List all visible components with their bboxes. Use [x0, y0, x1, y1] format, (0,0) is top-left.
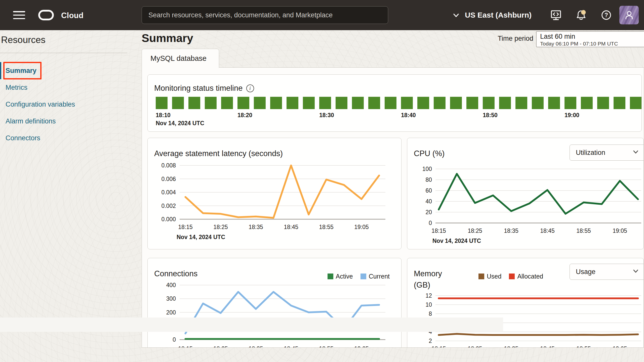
notifications-bell-icon[interactable] — [575, 9, 587, 21]
svg-text:60: 60 — [425, 187, 432, 194]
timeline-block — [205, 97, 217, 109]
svg-text:18:45: 18:45 — [284, 345, 298, 348]
person-icon — [624, 10, 634, 20]
timeline-block — [352, 97, 364, 109]
page-title: Summary — [142, 32, 193, 45]
region-label: US East (Ashburn) — [465, 11, 532, 19]
svg-text:0: 0 — [429, 220, 432, 226]
sidebar-item-metrics[interactable]: Metrics — [0, 79, 127, 96]
info-icon[interactable]: i — [246, 84, 254, 92]
timeline-tick-label: 18:20 — [237, 112, 252, 119]
svg-text:10: 10 — [425, 301, 432, 308]
timeline-tick-label: 18:50 — [483, 112, 498, 119]
svg-text:100: 100 — [422, 166, 432, 172]
timeline-block — [630, 97, 642, 109]
memory-card: Memory (GB) Used Allocated Usage 1210864… — [407, 258, 644, 348]
sidebar-title: Resources — [1, 35, 46, 45]
svg-text:?: ? — [605, 12, 608, 18]
oracle-logo-icon[interactable] — [38, 10, 54, 20]
svg-text:18:55: 18:55 — [319, 224, 334, 230]
svg-text:0.008: 0.008 — [161, 162, 176, 169]
svg-text:18:35: 18:35 — [504, 228, 518, 234]
svg-text:18:15: 18:15 — [178, 345, 193, 348]
svg-text:18:25: 18:25 — [213, 345, 228, 348]
timeline-axis-labels: Nov 14, 2024 UTC 18:1018:2018:3018:4018:… — [156, 112, 641, 127]
svg-text:19:05: 19:05 — [354, 224, 369, 230]
timeline-block — [532, 97, 544, 109]
svg-text:18:15: 18:15 — [431, 345, 446, 348]
timeline-block — [597, 97, 609, 109]
dev-console-icon[interactable] — [550, 9, 562, 21]
brand-title: Cloud — [61, 11, 84, 20]
timeline-block — [581, 97, 593, 109]
menu-icon[interactable] — [13, 11, 25, 19]
help-icon[interactable]: ? — [600, 9, 612, 21]
svg-text:8: 8 — [429, 310, 432, 317]
svg-text:2: 2 — [429, 338, 432, 344]
avg-statement-latency-card: Average statement latency (seconds) 0.00… — [147, 138, 401, 249]
timeline-tick-label: 18:30 — [319, 112, 334, 119]
timeline-card-title: Monitoring status timeline i — [154, 83, 254, 94]
connections-card: Connections Active Current 4003002001000… — [147, 258, 401, 348]
bottom-band — [0, 318, 503, 332]
svg-text:18:55: 18:55 — [319, 345, 334, 348]
notification-dot — [581, 10, 586, 15]
timeline-tick-label: 18:10 — [156, 112, 171, 119]
timeline-block — [270, 97, 282, 109]
timeline-block — [417, 97, 429, 109]
sidebar-item-connectors[interactable]: Connectors — [0, 130, 127, 147]
latency-chart: 0.0080.0060.0040.0020.00018:1518:2518:35… — [148, 138, 401, 249]
svg-text:Nov 14, 2024 UTC: Nov 14, 2024 UTC — [432, 238, 481, 244]
timeline-block — [483, 97, 495, 109]
svg-text:18:45: 18:45 — [284, 224, 298, 230]
timeline-block — [172, 97, 184, 109]
timeline-block — [287, 97, 298, 109]
search-input[interactable] — [142, 6, 388, 24]
timeline-block — [237, 97, 249, 109]
sidebar-item-summary[interactable]: Summary — [0, 62, 127, 79]
sidebar-item-alarm-definitions[interactable]: Alarm definitions — [0, 113, 127, 130]
svg-text:200: 200 — [166, 309, 176, 316]
timeline-block — [450, 97, 462, 109]
timeline-block — [466, 97, 478, 109]
svg-text:18:25: 18:25 — [468, 228, 482, 234]
svg-text:0.006: 0.006 — [161, 176, 176, 182]
time-period-range: Today 06:10 PM - 07:10 PM UTC — [540, 41, 643, 47]
sidebar-item-configuration-variables[interactable]: Configuration variables — [0, 96, 127, 113]
timeline-block — [254, 97, 266, 109]
timeline-tick-label: 18:40 — [401, 112, 416, 119]
svg-text:0.004: 0.004 — [161, 189, 176, 196]
svg-text:18:55: 18:55 — [576, 228, 591, 234]
time-period-dropdown[interactable]: Last 60 min Today 06:10 PM - 07:10 PM UT… — [536, 31, 644, 47]
svg-text:0.000: 0.000 — [161, 216, 176, 222]
svg-text:18:25: 18:25 — [468, 345, 482, 348]
timeline-block — [548, 97, 560, 109]
connections-chart: 400300200100018:1518:2518:3518:4518:5519… — [148, 258, 401, 348]
timeline-block — [614, 97, 625, 109]
tab-mysql-database[interactable]: MySQL database — [142, 49, 219, 68]
main-content: Summary Time period Last 60 min Today 06… — [141, 30, 644, 362]
svg-text:18:35: 18:35 — [249, 224, 263, 230]
svg-text:300: 300 — [166, 295, 176, 302]
cpu-card: CPU (%) Utilization 10080604020018:1518:… — [407, 138, 644, 249]
svg-text:20: 20 — [425, 209, 432, 215]
timeline-block — [515, 97, 527, 109]
timeline-block — [499, 97, 511, 109]
svg-text:400: 400 — [166, 282, 176, 288]
user-avatar[interactable] — [619, 6, 639, 24]
region-selector[interactable]: US East (Ashburn) — [452, 0, 532, 30]
svg-text:18:25: 18:25 — [213, 224, 228, 230]
sidebar-divider — [0, 53, 127, 53]
time-period-value: Last 60 min — [540, 33, 643, 40]
svg-text:80: 80 — [425, 176, 432, 183]
svg-text:18:35: 18:35 — [504, 345, 518, 348]
tab-panel: Monitoring status timeline i Nov 14, 202… — [142, 67, 644, 348]
monitoring-status-timeline-card: Monitoring status timeline i Nov 14, 202… — [147, 74, 642, 132]
timeline-block — [156, 97, 168, 109]
svg-text:0.002: 0.002 — [161, 203, 176, 209]
memory-chart: 1210864218:1518:2518:3518:4518:5519:05No… — [407, 258, 644, 348]
timeline-date: Nov 14, 2024 UTC — [156, 120, 204, 127]
timeline-block — [221, 97, 233, 109]
chevron-down-icon — [452, 11, 460, 19]
resources-sidebar: Resources Summary Metrics Configuration … — [0, 30, 141, 362]
